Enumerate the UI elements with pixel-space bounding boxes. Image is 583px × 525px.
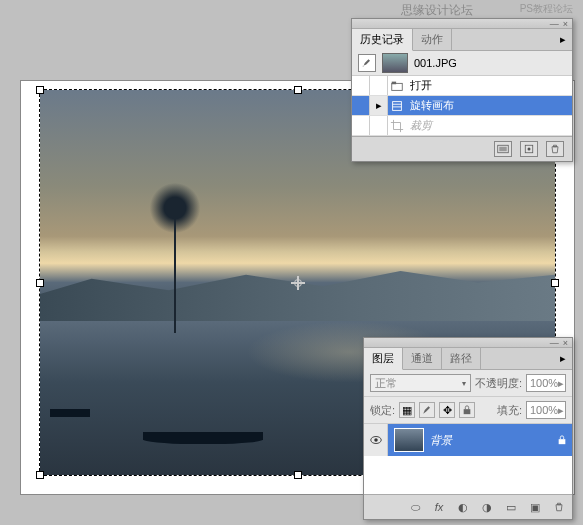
close-icon[interactable]: × bbox=[563, 338, 568, 348]
close-icon[interactable]: × bbox=[563, 19, 568, 29]
history-footer bbox=[352, 136, 572, 161]
opacity-input[interactable]: 100% ▸ bbox=[526, 374, 566, 392]
fill-label: 填充: bbox=[497, 403, 522, 418]
layers-list: 背景 bbox=[364, 424, 572, 494]
panel-menu-icon[interactable]: ▸ bbox=[554, 33, 572, 46]
visibility-toggle[interactable] bbox=[364, 424, 388, 456]
tab-paths[interactable]: 路径 bbox=[442, 348, 481, 369]
rotate-icon bbox=[388, 99, 406, 113]
blend-mode-value: 正常 bbox=[375, 376, 397, 391]
lock-row: 锁定: ▦ ✥ 填充: 100% ▸ bbox=[364, 397, 572, 424]
handle-ml[interactable] bbox=[36, 279, 44, 287]
transform-center[interactable] bbox=[291, 276, 305, 290]
layer-group-icon[interactable]: ▭ bbox=[502, 499, 520, 515]
chevron-right-icon: ▸ bbox=[558, 404, 564, 417]
history-item-label: 裁剪 bbox=[406, 118, 432, 133]
handle-bm[interactable] bbox=[294, 471, 302, 479]
history-item-label: 旋转画布 bbox=[406, 98, 454, 113]
layers-tabs: 图层 通道 路径 ▸ bbox=[364, 348, 572, 370]
open-icon bbox=[388, 79, 406, 93]
history-marker[interactable] bbox=[352, 116, 370, 135]
history-item-crop[interactable]: 裁剪 bbox=[352, 116, 572, 136]
chevron-down-icon: ▾ bbox=[462, 379, 466, 388]
layer-name[interactable]: 背景 bbox=[430, 433, 552, 448]
crop-icon bbox=[388, 119, 406, 133]
history-source[interactable]: 001.JPG bbox=[352, 51, 572, 76]
trash-icon[interactable] bbox=[546, 141, 564, 157]
new-document-icon[interactable] bbox=[520, 141, 538, 157]
minimize-icon[interactable]: — bbox=[550, 19, 559, 29]
svg-rect-12 bbox=[559, 439, 566, 444]
blend-mode-select[interactable]: 正常 ▾ bbox=[370, 374, 471, 392]
layers-footer: ⬭ fx ◐ ◑ ▭ ▣ bbox=[364, 494, 572, 519]
watermark-corner: PS教程论坛 bbox=[520, 2, 573, 16]
handle-mr[interactable] bbox=[551, 279, 559, 287]
link-layers-icon[interactable]: ⬭ bbox=[406, 499, 424, 515]
layer-mask-icon[interactable]: ◐ bbox=[454, 499, 472, 515]
history-brush-icon[interactable] bbox=[358, 54, 376, 72]
history-brush-source[interactable] bbox=[370, 116, 388, 135]
new-snapshot-icon[interactable] bbox=[494, 141, 512, 157]
history-brush-source[interactable] bbox=[370, 76, 388, 95]
tab-channels[interactable]: 通道 bbox=[403, 348, 442, 369]
history-item-rotate[interactable]: ▸ 旋转画布 bbox=[352, 96, 572, 116]
lock-transparent-icon[interactable]: ▦ bbox=[399, 402, 415, 418]
history-brush-source[interactable]: ▸ bbox=[370, 96, 388, 115]
history-marker[interactable] bbox=[352, 76, 370, 95]
layer-thumbnail[interactable] bbox=[394, 428, 424, 452]
svg-rect-9 bbox=[464, 409, 471, 414]
handle-tm[interactable] bbox=[294, 86, 302, 94]
svg-rect-2 bbox=[393, 101, 402, 110]
svg-rect-1 bbox=[392, 81, 396, 84]
tab-actions[interactable]: 动作 bbox=[413, 29, 452, 50]
panel-menu-icon[interactable]: ▸ bbox=[554, 352, 572, 365]
chevron-right-icon: ▸ bbox=[558, 377, 564, 390]
watermark-text: 思缘设计论坛 bbox=[401, 2, 473, 19]
document-filename: 001.JPG bbox=[414, 57, 457, 69]
lock-label: 锁定: bbox=[370, 403, 395, 418]
svg-rect-6 bbox=[499, 147, 507, 152]
layer-row-background[interactable]: 背景 bbox=[364, 424, 572, 456]
snapshot-thumb[interactable] bbox=[382, 53, 408, 73]
history-panel: — × 历史记录 动作 ▸ 001.JPG 打开 ▸ 旋转画布 bbox=[351, 18, 573, 162]
panel-titlebar[interactable]: — × bbox=[352, 19, 572, 29]
opacity-value: 100% bbox=[530, 377, 558, 389]
layers-panel: — × 图层 通道 路径 ▸ 正常 ▾ 不透明度: 100% ▸ 锁定: ▦ ✥… bbox=[363, 337, 573, 520]
new-layer-icon[interactable]: ▣ bbox=[526, 499, 544, 515]
layer-fx-icon[interactable]: fx bbox=[430, 499, 448, 515]
layer-options-row: 正常 ▾ 不透明度: 100% ▸ bbox=[364, 370, 572, 397]
tab-history[interactable]: 历史记录 bbox=[352, 29, 413, 51]
svg-point-8 bbox=[528, 148, 531, 151]
handle-bl[interactable] bbox=[36, 471, 44, 479]
history-item-open[interactable]: 打开 bbox=[352, 76, 572, 96]
lock-position-icon[interactable]: ✥ bbox=[439, 402, 455, 418]
lock-all-icon[interactable] bbox=[459, 402, 475, 418]
history-marker[interactable] bbox=[352, 96, 370, 115]
svg-point-11 bbox=[374, 438, 378, 442]
fill-input[interactable]: 100% ▸ bbox=[526, 401, 566, 419]
history-tabs: 历史记录 动作 ▸ bbox=[352, 29, 572, 51]
adjustment-layer-icon[interactable]: ◑ bbox=[478, 499, 496, 515]
delete-layer-icon[interactable] bbox=[550, 499, 568, 515]
svg-rect-0 bbox=[392, 83, 403, 90]
tab-layers[interactable]: 图层 bbox=[364, 348, 403, 370]
fill-value: 100% bbox=[530, 404, 558, 416]
minimize-icon[interactable]: — bbox=[550, 338, 559, 348]
handle-tl[interactable] bbox=[36, 86, 44, 94]
history-item-label: 打开 bbox=[406, 78, 432, 93]
lock-icon bbox=[552, 434, 572, 446]
opacity-label: 不透明度: bbox=[475, 376, 522, 391]
lock-pixels-icon[interactable] bbox=[419, 402, 435, 418]
panel-titlebar[interactable]: — × bbox=[364, 338, 572, 348]
image-content bbox=[143, 432, 263, 444]
image-content bbox=[174, 198, 176, 333]
image-content bbox=[50, 409, 90, 417]
history-list: 打开 ▸ 旋转画布 裁剪 bbox=[352, 76, 572, 136]
